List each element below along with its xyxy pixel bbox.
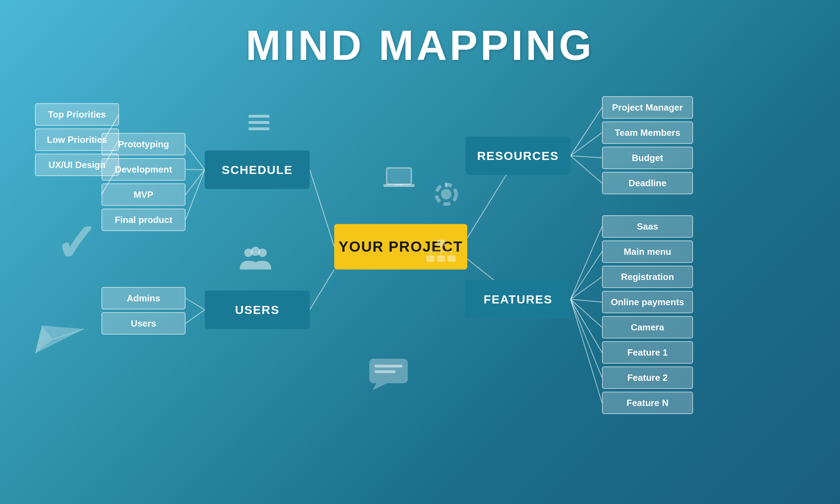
svg-marker-48 <box>373 383 387 390</box>
users-child-admins: Admins <box>102 287 186 309</box>
svg-point-37 <box>258 248 267 257</box>
svg-rect-49 <box>374 365 402 368</box>
svg-point-33 <box>441 189 451 200</box>
hierarchy-icon <box>424 238 458 271</box>
svg-line-4 <box>186 144 205 170</box>
svg-line-13 <box>186 310 205 323</box>
svg-line-7 <box>186 170 205 220</box>
priority-top: Top Priorities <box>35 103 119 126</box>
svg-rect-39 <box>426 255 435 262</box>
svg-line-0 <box>310 170 334 247</box>
features-child-registration: Registration <box>602 266 693 288</box>
svg-line-19 <box>570 252 602 299</box>
gear-icon <box>427 175 465 215</box>
features-child-payments: Online payments <box>602 291 693 313</box>
svg-rect-28 <box>248 127 270 130</box>
svg-line-15 <box>570 133 602 156</box>
svg-rect-26 <box>248 115 270 118</box>
svg-rect-50 <box>374 370 396 373</box>
svg-line-22 <box>570 299 602 327</box>
svg-line-21 <box>570 299 602 302</box>
resources-node: RESOURCES <box>465 136 570 175</box>
paper-plane-decoration <box>31 308 88 358</box>
priority-low: Low Priorities <box>35 128 119 151</box>
svg-line-1 <box>310 270 334 310</box>
svg-line-18 <box>570 226 602 299</box>
people-icon <box>238 245 273 274</box>
features-child-saas: Saas <box>602 215 693 238</box>
features-child-feature1: Feature 1 <box>602 341 693 364</box>
svg-line-5 <box>186 169 205 170</box>
features-child-mainmenu: Main menu <box>602 240 693 263</box>
svg-line-25 <box>570 299 602 403</box>
features-child-camera: Camera <box>602 316 693 338</box>
resources-child-deadline: Deadline <box>602 172 693 194</box>
chat-icon <box>368 357 410 393</box>
features-child-feature2: Feature 2 <box>602 366 693 389</box>
svg-line-12 <box>186 298 205 310</box>
svg-line-20 <box>570 277 602 299</box>
resources-child-budget: Budget <box>602 147 693 169</box>
svg-rect-30 <box>388 169 410 183</box>
users-node: USERS <box>205 290 310 329</box>
svg-line-14 <box>570 107 602 156</box>
users-child-users: Users <box>102 312 186 335</box>
list-icon <box>245 108 273 140</box>
svg-line-6 <box>186 170 205 195</box>
svg-rect-40 <box>437 255 445 262</box>
laptop-icon <box>382 164 416 197</box>
svg-rect-27 <box>248 121 270 124</box>
schedule-node: SCHEDULE <box>205 150 310 189</box>
svg-rect-41 <box>447 255 456 262</box>
resources-child-team: Team Members <box>602 121 693 144</box>
svg-rect-32 <box>395 184 403 186</box>
resources-child-pm: Project Manager <box>602 96 693 119</box>
svg-line-23 <box>570 299 602 352</box>
page-title: MIND MAPPING <box>0 0 840 69</box>
svg-rect-38 <box>437 240 445 246</box>
features-node: FEATURES <box>465 280 570 318</box>
schedule-child-final: Final product <box>102 209 186 231</box>
checkmark-decoration: ✓ <box>54 217 98 270</box>
priority-uxui: UX/UI Design <box>35 154 119 176</box>
schedule-child-mvp: MVP <box>102 183 186 206</box>
svg-line-16 <box>570 156 602 158</box>
features-child-featuren: Feature N <box>602 392 693 414</box>
svg-line-17 <box>570 156 602 183</box>
svg-line-24 <box>570 299 602 378</box>
mind-map-container: MIND MAPPING <box>0 0 840 504</box>
